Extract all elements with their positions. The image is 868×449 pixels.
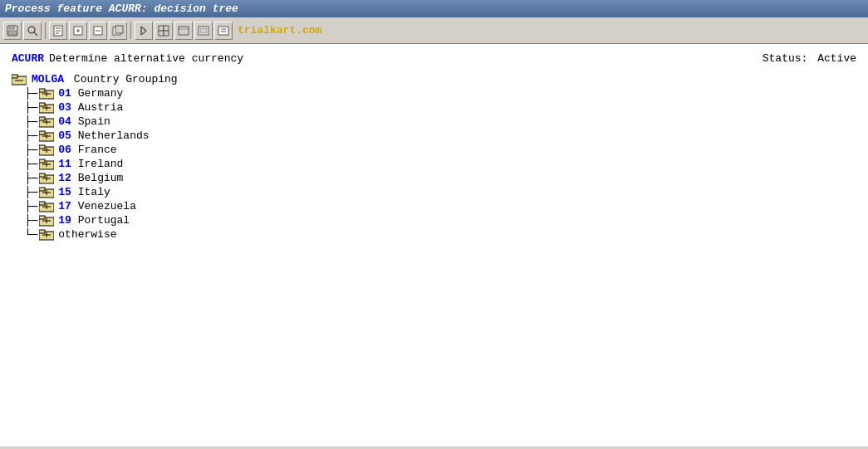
molga-label: Country Grouping — [74, 73, 178, 85]
leaf-folder-icon[interactable] — [39, 187, 54, 198]
leaf-content: 05 Netherlands — [39, 129, 149, 143]
leaf-folder-icon[interactable] — [39, 102, 54, 114]
toolbar-btn-10[interactable] — [194, 22, 213, 40]
leaf-folder-icon[interactable] — [39, 130, 54, 142]
node-code: 03 — [58, 101, 71, 114]
node-text: 17 Venezuela — [58, 200, 136, 213]
leaf-folder-icon[interactable] — [39, 159, 54, 170]
tree-connector: ├─ — [12, 129, 37, 143]
node-code: 19 — [58, 214, 71, 227]
feature-description: Determine alternative currency — [49, 52, 243, 65]
node-code: 11 — [58, 158, 71, 170]
toolbar-btn-4[interactable] — [69, 22, 87, 40]
toolbar-btn-3[interactable] — [49, 22, 67, 40]
svg-point-3 — [28, 27, 35, 33]
toolbar-btn-11[interactable] — [214, 22, 233, 40]
node-code: 05 — [58, 129, 71, 142]
leaf-content: 19 Portugal — [39, 214, 130, 227]
node-code: 15 — [58, 186, 71, 198]
tree-leaf-node: ├─ 19 Portugal — [12, 214, 856, 227]
node-code: 01 — [58, 87, 71, 100]
toolbar-sep-1 — [45, 22, 46, 39]
svg-rect-19 — [159, 26, 164, 31]
node-text: 06 France — [58, 144, 116, 157]
leaf-folder-icon[interactable] — [39, 173, 54, 184]
status-value: Active — [817, 52, 856, 65]
svg-rect-38 — [39, 103, 45, 106]
tree-connector: ├─ — [12, 144, 37, 157]
title-bar: Process feature ACURR: decision tree — [0, 0, 868, 17]
acurr-code: ACURR — [12, 52, 44, 65]
node-label: Italy — [78, 186, 110, 198]
svg-rect-20 — [164, 26, 169, 31]
tree-connector: ├─ — [12, 115, 37, 129]
leaf-folder-icon[interactable] — [39, 229, 54, 241]
svg-rect-15 — [115, 26, 123, 33]
node-code: 06 — [58, 144, 71, 156]
leaf-folder-icon[interactable] — [39, 215, 54, 227]
node-label: Ireland — [78, 158, 124, 170]
toolbar-btn-2[interactable] — [23, 22, 42, 40]
tree-leaf-node: ├─ 11 Ireland — [12, 158, 856, 171]
toolbar-sep-2 — [130, 22, 131, 39]
svg-rect-46 — [39, 131, 45, 134]
node-label: Portugal — [78, 214, 130, 227]
status-container: Status: Active — [763, 52, 856, 65]
node-label: Austria — [78, 101, 124, 114]
tree-connector: └─ — [12, 228, 37, 242]
tree-leaf-node: ├─ 12 Belgium — [12, 172, 856, 185]
tree-leaf-node: ├─ 01 Germany — [12, 87, 856, 100]
leaf-folder-icon[interactable] — [39, 88, 54, 100]
tree-connector: ├─ — [12, 158, 37, 171]
svg-line-17 — [141, 27, 146, 31]
svg-rect-1 — [9, 26, 14, 29]
leaf-content: 15 Italy — [39, 186, 110, 199]
main-content: ACURR Determine alternative currency Sta… — [0, 44, 868, 447]
leaf-content: 01 Germany — [39, 87, 123, 100]
node-label: France — [78, 144, 117, 156]
leaf-folder-icon[interactable] — [39, 116, 54, 128]
toolbar-btn-1[interactable] — [3, 22, 22, 40]
svg-rect-21 — [159, 31, 164, 36]
header-left: ACURR Determine alternative currency — [12, 52, 243, 65]
svg-line-18 — [141, 31, 146, 35]
svg-rect-62 — [39, 188, 45, 191]
node-code: 12 — [58, 172, 71, 184]
svg-rect-70 — [39, 216, 45, 219]
toolbar-btn-7[interactable] — [135, 22, 153, 40]
toolbar-btn-6[interactable] — [109, 22, 127, 40]
decision-tree: MOLGA Country Grouping ├─ 0 — [12, 73, 856, 242]
leaf-content: 17 Venezuela — [39, 200, 136, 213]
leaf-content: 06 France — [39, 144, 116, 157]
root-folder-icon[interactable] — [12, 74, 27, 85]
svg-rect-74 — [39, 230, 45, 233]
node-label: Belgium — [78, 172, 124, 184]
tree-connector: ├─ — [12, 214, 37, 227]
svg-rect-22 — [164, 31, 169, 36]
toolbar-btn-5[interactable] — [89, 22, 107, 40]
svg-rect-58 — [39, 173, 45, 177]
tree-connector: ├─ — [12, 87, 37, 100]
molga-code: MOLGA — [32, 73, 64, 85]
leaf-content: 04 Spain — [39, 115, 110, 129]
title-text: Process feature ACURR: decision tree — [5, 2, 238, 15]
node-label: Germany — [78, 87, 124, 100]
svg-rect-23 — [179, 27, 189, 35]
node-label: Venezuela — [78, 200, 136, 212]
tree-leaf-node: └─ otherwise — [12, 228, 856, 242]
node-text: 05 Netherlands — [58, 129, 149, 143]
svg-rect-31 — [12, 75, 17, 78]
leaf-content: 11 Ireland — [39, 158, 123, 171]
toolbar-btn-9[interactable] — [174, 22, 193, 40]
toolbar-btn-8[interactable] — [154, 22, 173, 40]
node-text: 11 Ireland — [58, 158, 123, 171]
tree-children: ├─ 01 Germany ├─ — [12, 87, 856, 242]
node-code: 04 — [58, 115, 71, 128]
leaf-folder-icon[interactable] — [39, 201, 54, 212]
node-text: 15 Italy — [58, 186, 110, 199]
leaf-content: 12 Belgium — [39, 172, 123, 185]
leaf-folder-icon[interactable] — [39, 144, 54, 156]
tree-connector: ├─ — [12, 172, 37, 185]
tree-leaf-node: ├─ 05 Netherlands — [12, 129, 856, 143]
header-row: ACURR Determine alternative currency Sta… — [12, 52, 856, 65]
